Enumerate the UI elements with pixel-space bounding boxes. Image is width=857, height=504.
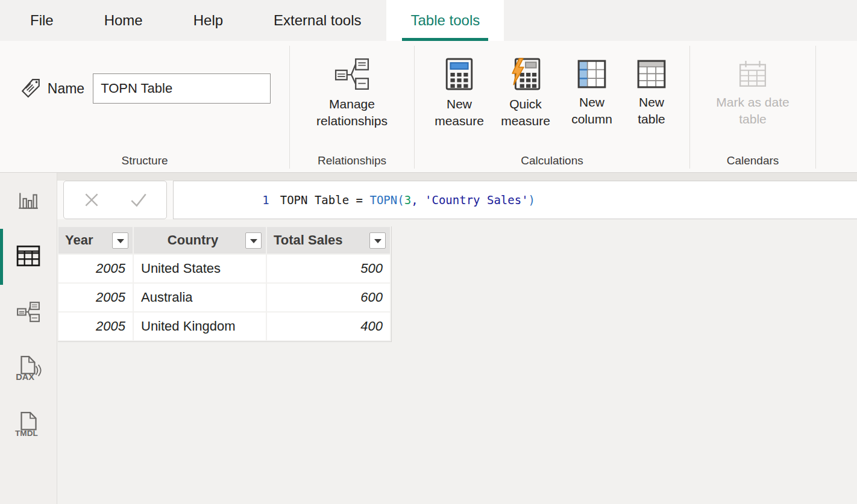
cell-year: 2005: [58, 284, 133, 311]
code-token: ,: [411, 193, 425, 207]
data-grid: Year Country: [57, 226, 391, 341]
tab-label: External tools: [274, 12, 361, 29]
tab-external-tools[interactable]: External tools: [248, 0, 386, 41]
formula-action-group: [63, 181, 167, 219]
button-label: Quick measure: [497, 96, 554, 129]
filter-button-country[interactable]: [245, 232, 262, 249]
name-label: Name: [48, 81, 84, 97]
code-token: TOPN: [369, 193, 397, 207]
table-row: 2005 Australia 600: [58, 284, 390, 311]
formula-editor[interactable]: 1TOPN Table = TOPN(3, 'Country Sales'): [173, 181, 857, 219]
section-label-calculations: Calculations: [415, 154, 689, 172]
sidebar-item-table-view[interactable]: [0, 229, 57, 285]
relationships-diagram-icon: [334, 58, 369, 90]
tmdl-file-icon: TMDL: [14, 409, 43, 441]
code-token: ): [529, 193, 535, 207]
filter-button-total-sales[interactable]: [369, 232, 386, 249]
sidebar-item-model-view[interactable]: [0, 285, 57, 341]
tab-table-tools[interactable]: Table tools: [386, 0, 504, 41]
tag-icon: [20, 78, 42, 99]
cell-total-sales: 400: [267, 313, 390, 340]
dropdown-arrow-icon: [250, 239, 257, 243]
ribbon-section-structure: Name Structure: [0, 41, 289, 172]
code-token: TOPN Table =: [280, 193, 370, 207]
ribbon-section-calendars: Mark as date table Calendars: [690, 41, 815, 172]
ribbon-section-calculations: New measure: [415, 41, 689, 172]
filter-button-year[interactable]: [112, 232, 128, 249]
button-label: Mark as date table: [701, 94, 805, 127]
manage-relationships-button[interactable]: Manage relationships: [306, 58, 398, 129]
tab-label: File: [30, 12, 54, 29]
section-label-calendars: Calendars: [690, 154, 815, 172]
cell-year: 2005: [58, 313, 133, 340]
model-diagram-icon: [16, 301, 40, 325]
svg-text:TMDL: TMDL: [15, 428, 38, 437]
lightning-calculator-icon: [510, 58, 541, 90]
mark-as-date-table-button[interactable]: Mark as date table: [701, 60, 805, 127]
cell-total-sales: 500: [267, 255, 390, 282]
button-label: New table: [629, 94, 674, 127]
ribbon: Name Structure: [0, 41, 857, 173]
new-measure-button[interactable]: New measure: [430, 58, 488, 129]
table-name-input[interactable]: [93, 73, 271, 104]
table-row: 2005 United Kingdom 400: [58, 313, 390, 340]
sidebar-item-report-view[interactable]: [0, 173, 57, 229]
code-token: 'Country Sales': [425, 193, 529, 207]
cell-year: 2005: [58, 255, 133, 282]
cell-country: United Kingdom: [134, 313, 266, 340]
code-token: 3: [404, 193, 411, 207]
column-header-country[interactable]: Country: [134, 227, 266, 254]
button-label: Manage relationships: [306, 96, 398, 129]
new-column-button[interactable]: New column: [563, 60, 621, 127]
sidebar-item-tmdl-view[interactable]: TMDL: [0, 397, 57, 453]
calculator-icon: [445, 58, 473, 90]
section-label-structure: Structure: [0, 154, 289, 172]
sidebar-item-dax-query-view[interactable]: DAX: [0, 341, 57, 397]
code-token: (: [397, 193, 404, 207]
table-row: 2005 United States 500: [58, 255, 390, 282]
table-grid-icon: [16, 245, 40, 269]
active-view-indicator: [0, 229, 3, 285]
tab-help[interactable]: Help: [168, 0, 248, 41]
view-sidebar: DAX TMDL: [0, 173, 57, 504]
cancel-formula-button[interactable]: [78, 187, 105, 213]
tab-file[interactable]: File: [5, 0, 79, 41]
line-number: 1: [262, 193, 269, 207]
cell-country: Australia: [134, 284, 266, 311]
button-label: New column: [563, 94, 621, 127]
cell-total-sales: 600: [267, 284, 390, 311]
column-header-year[interactable]: Year: [58, 227, 133, 254]
bar-chart-icon: [17, 189, 40, 213]
formula-bar: 1TOPN Table = TOPN(3, 'Country Sales'): [57, 181, 857, 219]
table-name-field: Name: [19, 73, 271, 104]
new-table-button[interactable]: New table: [629, 60, 674, 127]
svg-text:DAX: DAX: [16, 372, 34, 381]
table-icon: [637, 60, 666, 89]
dropdown-arrow-icon: [374, 239, 381, 243]
tab-label: Table tools: [410, 12, 480, 29]
dropdown-arrow-icon: [117, 239, 124, 243]
menu-bar: File Home Help External tools Table tool…: [0, 0, 857, 41]
quick-measure-button[interactable]: Quick measure: [497, 58, 554, 129]
tab-label: Help: [193, 12, 223, 29]
cell-country: United States: [134, 255, 266, 282]
ribbon-section-relationships: Manage relationships Relationships: [290, 41, 414, 172]
dax-file-icon: DAX: [14, 353, 43, 385]
button-label: New measure: [430, 96, 488, 129]
powerbi-window: File Home Help External tools Table tool…: [0, 0, 857, 504]
table-column-icon: [577, 60, 606, 89]
calendar-icon: [738, 60, 767, 89]
data-view-canvas: Year Country: [57, 219, 857, 504]
tab-home[interactable]: Home: [79, 0, 168, 41]
commit-formula-button[interactable]: [125, 187, 152, 213]
section-label-relationships: Relationships: [290, 154, 414, 172]
column-header-total-sales[interactable]: Total Sales: [267, 227, 390, 254]
tab-label: Home: [104, 12, 143, 29]
